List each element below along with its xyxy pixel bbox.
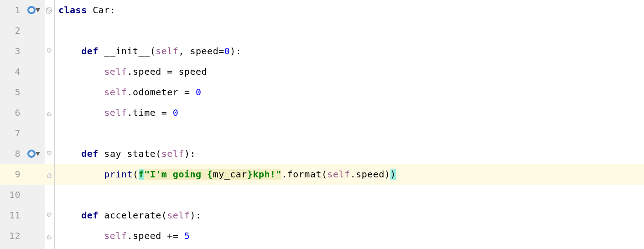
indent bbox=[58, 87, 104, 98]
code-area[interactable]: class Car: def __init__(self, speed=0): … bbox=[55, 0, 644, 249]
fstring-rbrace: } bbox=[247, 169, 253, 180]
fold-open-icon[interactable] bbox=[46, 7, 53, 14]
line-number[interactable]: 10 bbox=[0, 185, 25, 205]
rparen-colon: ): bbox=[230, 46, 241, 57]
indent bbox=[58, 230, 104, 241]
equals: = bbox=[167, 66, 178, 77]
lparen: ( bbox=[156, 148, 161, 159]
rparen: ) bbox=[384, 169, 390, 180]
string-text: I'm going bbox=[150, 169, 207, 180]
self-param: self bbox=[167, 210, 190, 221]
code-line[interactable]: def say_state(self): bbox=[55, 144, 644, 164]
rparen-colon: ): bbox=[190, 210, 201, 221]
fold-close-icon[interactable] bbox=[46, 171, 53, 178]
self-ref: self bbox=[104, 230, 127, 241]
attribute: time bbox=[133, 107, 161, 118]
line-number[interactable]: 1 bbox=[0, 0, 25, 21]
code-line[interactable]: class Car: bbox=[55, 0, 644, 21]
method-name: __init__ bbox=[104, 46, 150, 57]
keyword-class: class bbox=[58, 5, 93, 16]
method-name: say_state bbox=[104, 148, 156, 159]
colon: : bbox=[110, 5, 116, 16]
dot: . bbox=[281, 169, 287, 180]
code-line[interactable] bbox=[55, 21, 644, 41]
attribute: speed bbox=[133, 66, 167, 77]
indent bbox=[58, 210, 81, 221]
attribute: odometer bbox=[133, 87, 184, 98]
line-number[interactable]: 6 bbox=[0, 103, 25, 123]
dot: . bbox=[350, 169, 356, 180]
rparen-matched: ) bbox=[390, 169, 396, 180]
dot: . bbox=[127, 230, 133, 241]
fold-open-icon[interactable] bbox=[46, 48, 53, 55]
line-number[interactable]: 12 bbox=[0, 226, 25, 246]
fold-close-icon[interactable] bbox=[46, 110, 53, 116]
line-number[interactable]: 9 bbox=[0, 164, 25, 185]
code-editor[interactable]: 1 2 3 4 5 6 7 8 9 10 11 12 bbox=[0, 0, 644, 249]
indent bbox=[58, 148, 81, 159]
class-name: Car bbox=[93, 5, 110, 16]
run-line-icon[interactable] bbox=[27, 6, 40, 14]
self-ref: self bbox=[104, 66, 127, 77]
method-name: accelerate bbox=[104, 210, 161, 221]
lparen: ( bbox=[322, 169, 327, 180]
indent bbox=[58, 66, 104, 77]
lparen: ( bbox=[150, 46, 156, 57]
fold-close-icon[interactable] bbox=[46, 233, 53, 239]
string-quote: " bbox=[276, 169, 282, 180]
indent-guide bbox=[86, 41, 86, 123]
equals: = bbox=[184, 87, 196, 98]
code-line-active[interactable]: print(f"I'm going {my_car}kph!".format(s… bbox=[55, 164, 644, 185]
code-line[interactable]: def accelerate(self): bbox=[55, 205, 644, 226]
code-line[interactable] bbox=[55, 123, 644, 144]
equals: = bbox=[161, 107, 173, 118]
comma: , bbox=[178, 46, 190, 57]
indent bbox=[58, 169, 104, 180]
builtin-print: print bbox=[104, 169, 133, 180]
indent-guide bbox=[86, 205, 86, 246]
keyword-def: def bbox=[81, 46, 104, 57]
attribute: speed bbox=[133, 230, 167, 241]
run-line-icon[interactable] bbox=[27, 150, 40, 158]
code-line[interactable]: self.odometer = 0 bbox=[55, 82, 644, 103]
fold-gutter bbox=[45, 0, 55, 249]
code-line[interactable]: self.speed = speed bbox=[55, 62, 644, 82]
line-number-gutter: 1 2 3 4 5 6 7 8 9 10 11 12 bbox=[0, 0, 25, 249]
lparen: ( bbox=[161, 210, 167, 221]
line-number[interactable]: 2 bbox=[0, 21, 25, 41]
self-param: self bbox=[161, 148, 184, 159]
attribute: speed bbox=[356, 169, 384, 180]
number-literal: 0 bbox=[224, 46, 230, 57]
fold-open-icon[interactable] bbox=[46, 151, 53, 157]
string-text: kph! bbox=[253, 169, 275, 180]
keyword-def: def bbox=[81, 148, 104, 159]
run-gutter bbox=[25, 0, 45, 249]
keyword-def: def bbox=[81, 210, 104, 221]
self-ref: self bbox=[104, 107, 127, 118]
fold-open-icon[interactable] bbox=[46, 213, 53, 219]
rparen-colon: ): bbox=[184, 148, 196, 159]
self-param: self bbox=[156, 46, 178, 57]
code-line[interactable]: self.time = 0 bbox=[55, 103, 644, 123]
identifier: speed bbox=[178, 66, 207, 77]
line-number[interactable]: 5 bbox=[0, 82, 25, 103]
number-literal: 5 bbox=[184, 230, 190, 241]
line-number[interactable]: 11 bbox=[0, 205, 25, 226]
line-number[interactable]: 7 bbox=[0, 123, 25, 144]
code-line[interactable]: def __init__(self, speed=0): bbox=[55, 41, 644, 62]
indent bbox=[58, 46, 81, 57]
number-literal: 0 bbox=[196, 87, 202, 98]
method-call: format bbox=[287, 169, 322, 180]
code-line[interactable]: self.speed += 5 bbox=[55, 226, 644, 246]
code-line[interactable] bbox=[55, 185, 644, 205]
self-ref: self bbox=[327, 169, 350, 180]
line-number[interactable]: 4 bbox=[0, 62, 25, 82]
fstring-expr: my_car bbox=[213, 169, 247, 180]
self-ref: self bbox=[104, 87, 127, 98]
lparen: ( bbox=[133, 169, 139, 180]
operator: += bbox=[167, 230, 184, 241]
line-number[interactable]: 3 bbox=[0, 41, 25, 62]
line-number[interactable]: 8 bbox=[0, 144, 25, 164]
dot: . bbox=[127, 66, 133, 77]
param: speed bbox=[190, 46, 218, 57]
